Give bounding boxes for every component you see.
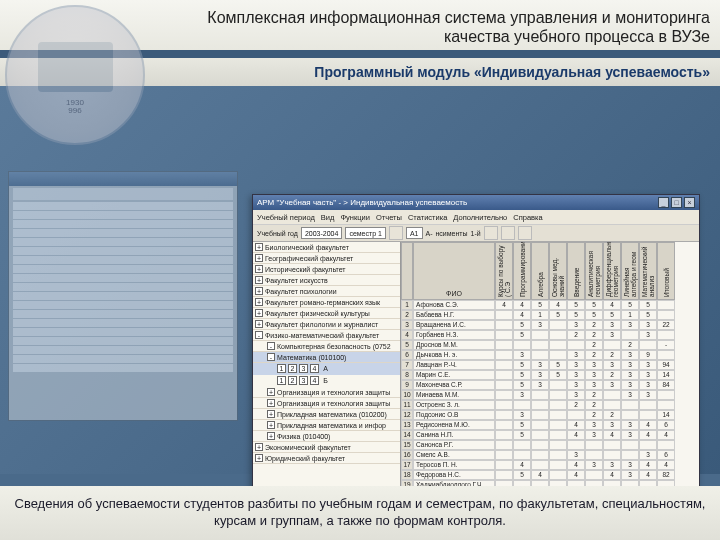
grade-cell[interactable]: 5 — [567, 310, 585, 320]
grade-cell[interactable] — [495, 470, 513, 480]
grade-cell[interactable]: 3 — [531, 370, 549, 380]
grade-cell[interactable] — [657, 300, 675, 310]
menu-Статистика[interactable]: Статистика — [408, 213, 447, 222]
grade-cell[interactable] — [603, 390, 621, 400]
grade-cell[interactable]: 3 — [603, 380, 621, 390]
grade-cell[interactable]: 4 — [567, 420, 585, 430]
grade-cell[interactable]: 4 — [549, 300, 567, 310]
grade-cell[interactable]: 3 — [567, 450, 585, 460]
grade-cell[interactable] — [513, 340, 531, 350]
plus-icon[interactable]: + — [255, 243, 263, 251]
table-row[interactable]: 18Федорова Н.С.54443482 — [401, 470, 699, 480]
group-box[interactable]: 2 — [288, 364, 297, 373]
col-subject[interactable]: Дифференциальная геометрия — [603, 242, 621, 300]
grade-cell[interactable] — [639, 340, 657, 350]
plus-icon[interactable]: + — [255, 454, 263, 462]
grade-cell[interactable] — [657, 390, 675, 400]
grade-cell[interactable] — [531, 430, 549, 440]
tree-item[interactable]: +Факультет филологии и журналист — [253, 319, 400, 330]
grade-cell[interactable]: 4 — [639, 430, 657, 440]
plus-icon[interactable]: + — [255, 298, 263, 306]
toolbar-a1[interactable]: А1 — [406, 227, 423, 239]
grade-cell[interactable]: 6 — [657, 420, 675, 430]
tree-item[interactable]: -Физико-математический факультет — [253, 330, 400, 341]
minus-icon[interactable]: - — [255, 331, 263, 339]
grade-cell[interactable] — [531, 420, 549, 430]
grade-cell[interactable] — [657, 440, 675, 450]
grade-cell[interactable] — [495, 350, 513, 360]
tree-item[interactable]: +Факультет психологии — [253, 286, 400, 297]
grade-cell[interactable] — [549, 400, 567, 410]
grade-cell[interactable]: 3 — [531, 320, 549, 330]
table-row[interactable]: 10Минаева М.М.33233 — [401, 390, 699, 400]
grade-cell[interactable]: 14 — [657, 410, 675, 420]
grade-cell[interactable]: 4 — [657, 460, 675, 470]
grade-cell[interactable]: 4 — [639, 420, 657, 430]
grade-cell[interactable]: 3 — [585, 420, 603, 430]
grade-cell[interactable] — [531, 340, 549, 350]
grade-cell[interactable] — [621, 440, 639, 450]
menu-Учебный период[interactable]: Учебный период — [257, 213, 315, 222]
grade-cell[interactable] — [549, 350, 567, 360]
grade-cell[interactable]: 5 — [585, 300, 603, 310]
plus-icon[interactable]: + — [267, 421, 275, 429]
grade-cell[interactable]: 4 — [495, 300, 513, 310]
grade-cell[interactable]: 3 — [639, 390, 657, 400]
toolbar-a-[interactable]: А- — [426, 230, 433, 237]
col-subject[interactable]: Математический анализ — [639, 242, 657, 300]
grade-cell[interactable]: 3 — [567, 390, 585, 400]
grade-cell[interactable]: 2 — [603, 370, 621, 380]
grade-cell[interactable]: 4 — [639, 470, 657, 480]
menu-Функции[interactable]: Функции — [340, 213, 370, 222]
grades-grid[interactable]: ФИОКурсы по выбору ( С.ЭПрограммирование… — [401, 242, 699, 496]
group-box[interactable]: 3 — [299, 364, 308, 373]
grade-cell[interactable]: 2 — [567, 330, 585, 340]
grade-cell[interactable]: 4 — [603, 430, 621, 440]
grade-cell[interactable]: 2 — [585, 350, 603, 360]
tree-item[interactable]: +Экономический факультет — [253, 442, 400, 453]
table-row[interactable]: 13Редисонена М.Ю.5433346 — [401, 420, 699, 430]
grade-cell[interactable]: 4 — [639, 460, 657, 470]
grade-cell[interactable] — [657, 350, 675, 360]
grade-cell[interactable]: 22 — [657, 320, 675, 330]
grade-cell[interactable]: 5 — [531, 300, 549, 310]
grade-cell[interactable]: 3 — [585, 370, 603, 380]
grade-cell[interactable]: 9 — [639, 350, 657, 360]
grade-cell[interactable]: 3 — [531, 380, 549, 390]
grade-cell[interactable]: 3 — [603, 420, 621, 430]
maximize-icon[interactable]: □ — [671, 197, 682, 208]
grade-cell[interactable] — [585, 440, 603, 450]
minus-icon[interactable]: - — [267, 353, 275, 361]
grade-cell[interactable]: 3 — [639, 450, 657, 460]
grade-cell[interactable]: 3 — [621, 470, 639, 480]
table-row[interactable]: 15Санонса Р.Г. — [401, 440, 699, 450]
toolbar-btn-a[interactable] — [484, 226, 498, 240]
menu-Дополнительно[interactable]: Дополнительно — [453, 213, 507, 222]
plus-icon[interactable]: + — [255, 254, 263, 262]
group-box[interactable]: 4 — [310, 376, 319, 385]
grade-cell[interactable]: 3 — [585, 460, 603, 470]
grade-cell[interactable]: 3 — [603, 460, 621, 470]
grade-cell[interactable]: 1 — [621, 310, 639, 320]
grade-cell[interactable]: 5 — [639, 310, 657, 320]
grade-cell[interactable] — [621, 330, 639, 340]
menu-Вид[interactable]: Вид — [321, 213, 335, 222]
toolbar-btn-b[interactable] — [501, 226, 515, 240]
plus-icon[interactable]: + — [267, 432, 275, 440]
grade-cell[interactable]: 1 — [531, 310, 549, 320]
grade-cell[interactable] — [531, 460, 549, 470]
grade-cell[interactable]: 5 — [567, 300, 585, 310]
grade-cell[interactable]: 3 — [585, 430, 603, 440]
grade-cell[interactable] — [603, 440, 621, 450]
grade-cell[interactable] — [639, 440, 657, 450]
grade-cell[interactable]: 3 — [567, 370, 585, 380]
grade-cell[interactable]: 5 — [513, 360, 531, 370]
grade-cell[interactable]: 5 — [585, 310, 603, 320]
grade-cell[interactable]: 3 — [621, 370, 639, 380]
grade-cell[interactable] — [639, 400, 657, 410]
grade-cell[interactable] — [549, 320, 567, 330]
tree-item[interactable]: -Математика (010100) — [253, 352, 400, 363]
grade-cell[interactable] — [495, 370, 513, 380]
toolbar-btn-c[interactable] — [518, 226, 532, 240]
grade-cell[interactable] — [549, 390, 567, 400]
